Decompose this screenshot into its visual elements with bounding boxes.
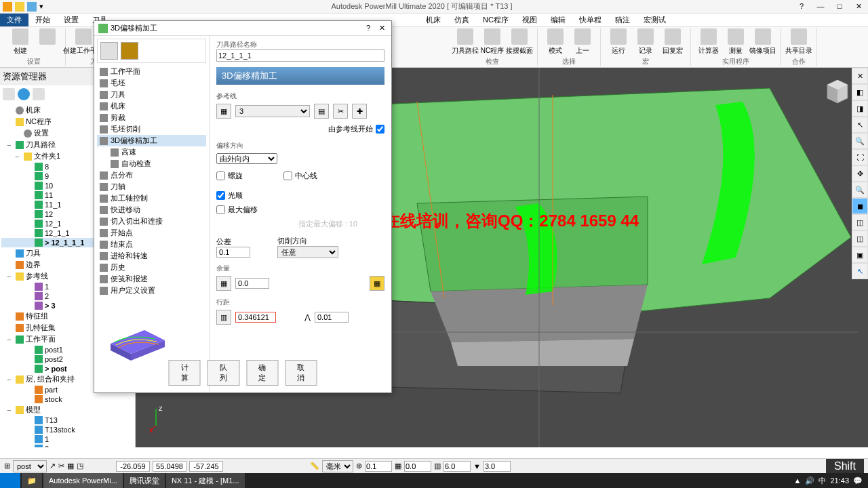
- tab-file[interactable]: 文件: [0, 14, 28, 26]
- sb-v4[interactable]: [484, 461, 511, 472]
- wire2-icon[interactable]: ◫: [852, 230, 868, 247]
- allow-input[interactable]: [235, 278, 269, 289]
- ref-btn3[interactable]: ✚: [352, 104, 367, 119]
- shade-icon[interactable]: ◼: [852, 198, 868, 214]
- notif-icon[interactable]: 💬: [853, 476, 863, 485]
- section-button[interactable]: 接摆截面: [507, 28, 532, 56]
- ext-tab[interactable]: 机床: [419, 14, 448, 26]
- zoom2-icon[interactable]: 🔍: [852, 182, 868, 198]
- tab-start[interactable]: 开始: [28, 14, 57, 26]
- task-explorer[interactable]: 📁: [22, 473, 42, 488]
- name-input[interactable]: [216, 49, 384, 62]
- tree-item[interactable]: 2: [1, 444, 134, 447]
- tree-item[interactable]: T13stock: [1, 425, 134, 434]
- ext-tab[interactable]: 仿真: [448, 14, 476, 26]
- toolbox-button[interactable]: [35, 28, 60, 56]
- dlg-tree-item[interactable]: 工作平面: [97, 66, 206, 77]
- dlg-tree-item[interactable]: 用户定义设置: [97, 285, 206, 296]
- open-icon[interactable]: [15, 2, 24, 12]
- toolpath-button[interactable]: 刀具路径: [453, 28, 477, 56]
- ref-btn2[interactable]: ✂: [333, 104, 348, 119]
- ext-tab[interactable]: 快单程: [572, 14, 608, 26]
- globe-icon[interactable]: [18, 88, 30, 100]
- dialog-titlebar[interactable]: 3D偏移精加工 ?✕: [94, 21, 391, 36]
- dlg-tree-item[interactable]: 切入切出和连接: [97, 216, 206, 227]
- dir-select[interactable]: 由外向内: [216, 153, 277, 164]
- tree-item[interactable]: 1: [1, 434, 134, 444]
- close-icon[interactable]: ✕: [852, 2, 865, 11]
- step-input-1[interactable]: [235, 312, 276, 323]
- cut-select[interactable]: 任意: [277, 246, 338, 258]
- wp-icon[interactable]: ⊞: [4, 462, 10, 470]
- run-button[interactable]: 运行: [606, 28, 631, 56]
- ok-button[interactable]: 确定: [246, 360, 278, 386]
- sb-icon[interactable]: ✂: [58, 462, 64, 470]
- viewcube[interactable]: [821, 75, 854, 108]
- strat-icon-2[interactable]: [121, 42, 138, 60]
- cursor-icon[interactable]: ↖: [852, 117, 868, 133]
- task-nx[interactable]: NX 11 - 建模 - [M1...: [166, 473, 245, 488]
- sb-v2[interactable]: [404, 461, 431, 472]
- dlg-help-icon[interactable]: ?: [363, 24, 374, 33]
- close-panel-icon[interactable]: ✕: [852, 68, 868, 84]
- calc-button[interactable]: 计算: [169, 360, 201, 386]
- tree-item[interactable]: −模型: [1, 404, 134, 415]
- help-icon[interactable]: ?: [795, 2, 808, 11]
- arrow-icon[interactable]: ↖: [852, 263, 868, 279]
- ext-tab[interactable]: 宏测试: [637, 14, 673, 26]
- dlg-tree-item[interactable]: 自动检查: [97, 158, 206, 169]
- zoom-icon[interactable]: 🔍: [852, 133, 868, 149]
- dlg-tree-item[interactable]: 历史: [97, 262, 206, 273]
- ref-btn1[interactable]: ▤: [314, 104, 329, 119]
- tray-icon[interactable]: 🔊: [805, 476, 814, 485]
- prev-button[interactable]: 上一: [570, 28, 595, 56]
- share-button[interactable]: 共享目录: [787, 28, 811, 56]
- sb-icon[interactable]: ↗: [50, 462, 56, 470]
- tray-icon[interactable]: ▲: [794, 476, 802, 485]
- create-button[interactable]: 创建: [8, 28, 33, 56]
- fit-icon[interactable]: ⛶: [852, 149, 868, 165]
- tray-icon[interactable]: 中: [818, 476, 826, 486]
- dlg-tree-item[interactable]: 进给和转速: [97, 250, 206, 262]
- allow-icon[interactable]: ▦: [216, 276, 231, 291]
- dlg-tree-item[interactable]: 机床: [97, 100, 206, 112]
- minimize-icon[interactable]: —: [814, 2, 827, 11]
- iso-icon[interactable]: ◨: [852, 100, 868, 117]
- cancel-button[interactable]: 取消: [285, 360, 317, 386]
- smooth-check[interactable]: [216, 191, 225, 200]
- save-icon[interactable]: [27, 2, 37, 12]
- nc-button[interactable]: NC程序: [480, 28, 505, 56]
- sb-icon[interactable]: ▦: [67, 462, 74, 470]
- dlg-tree-item[interactable]: 点分布: [97, 169, 206, 181]
- trash-icon[interactable]: [33, 88, 45, 100]
- dlg-tree-item[interactable]: 刀具: [97, 89, 206, 100]
- dropdown-icon[interactable]: ▾: [39, 2, 49, 12]
- cube-icon[interactable]: ◧: [852, 84, 868, 100]
- ext-tab[interactable]: 视图: [515, 14, 544, 26]
- ref-start-check[interactable]: [376, 125, 384, 134]
- dlg-tree-item[interactable]: 毛坯: [97, 77, 206, 89]
- reply-button[interactable]: 回复宏: [660, 28, 685, 56]
- start-button[interactable]: [0, 473, 20, 488]
- tol-input[interactable]: [216, 247, 250, 258]
- tree-item[interactable]: T13: [1, 415, 134, 425]
- maxoff-check[interactable]: [216, 205, 225, 214]
- step-icon[interactable]: ▥: [216, 310, 231, 325]
- sb-icon[interactable]: ◳: [77, 462, 83, 470]
- dlg-tree-item[interactable]: 加工轴控制: [97, 192, 206, 204]
- system-tray[interactable]: ▲ 🔊 中 21:43 💬: [789, 476, 868, 486]
- tree-icon[interactable]: [3, 88, 15, 100]
- post-select[interactable]: post: [13, 460, 47, 472]
- dlg-tree-item[interactable]: 便笺和报述: [97, 273, 206, 285]
- center-check[interactable]: [283, 171, 292, 180]
- workplane-button[interactable]: 创建工作平面: [71, 28, 96, 56]
- ext-tab[interactable]: 猫注: [608, 14, 637, 26]
- ext-tab[interactable]: NC程序: [476, 14, 515, 26]
- maximize-icon[interactable]: □: [833, 2, 846, 11]
- spiral-check[interactable]: [216, 171, 225, 180]
- dlg-tree-item[interactable]: 3D偏移精加工: [97, 135, 206, 146]
- sb-v1[interactable]: [365, 461, 392, 472]
- sb-v3[interactable]: [443, 461, 471, 472]
- measure-button[interactable]: 测量: [724, 28, 748, 56]
- task-tencent[interactable]: 腾讯课堂: [124, 473, 165, 488]
